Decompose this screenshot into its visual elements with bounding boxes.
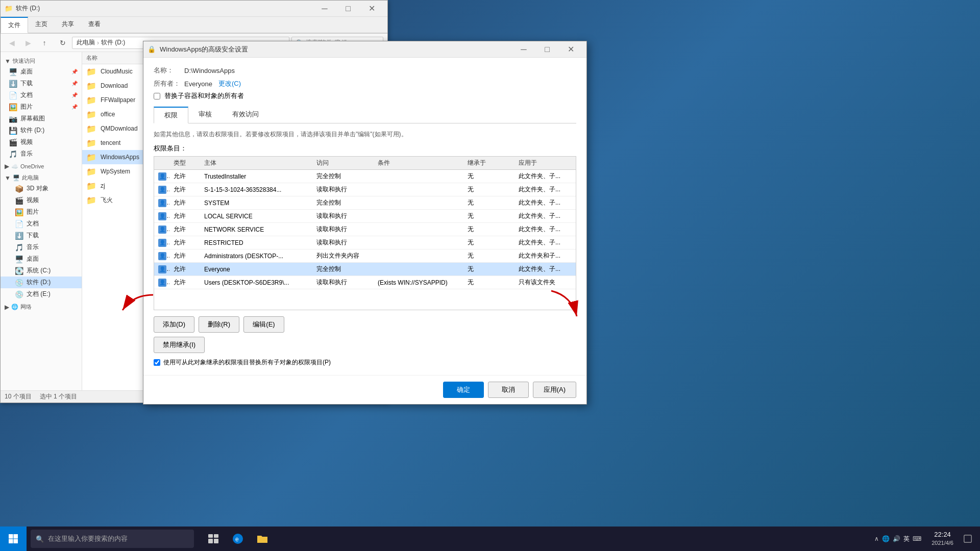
perm-row-2[interactable]: 👤 允许 SYSTEM 完全控制 无 此文件夹、子... [154, 196, 576, 210]
right-red-arrow-svg [541, 286, 592, 327]
arrow-left-annotation [102, 290, 163, 322]
item-count: 10 个项目 [5, 392, 32, 401]
sidebar-item-e-drive[interactable]: 💿 文档 (E:) [1, 288, 82, 300]
remove-button[interactable]: 删除(R) [199, 316, 239, 333]
taskbar-search-text: 在这里输入你要搜索的内容 [48, 534, 128, 543]
lang-indicator[interactable]: 英 [903, 535, 910, 543]
folder-icon: 📁 [86, 181, 96, 191]
folder-icon: 📁 [86, 81, 96, 91]
security-dialog-icon: 🔒 [148, 45, 156, 54]
perm-row-4[interactable]: 👤 允许 NETWORK SERVICE 读取和执行 无 此文件夹、子... [154, 223, 576, 236]
disable-inherit-button[interactable]: 禁用继承(I) [154, 337, 205, 353]
notification-icon [964, 535, 972, 543]
desktop: 📁 软件 (D:) ─ □ ✕ 文件 主页 共享 查看 ◀ ▶ ↑ ↻ 此电脑 … [0, 0, 980, 551]
replace-owner-checkbox[interactable] [154, 93, 160, 99]
start-button[interactable] [0, 527, 27, 551]
file-explorer-taskbar-button[interactable] [251, 528, 274, 550]
replace-checkbox-row: 使用可从此对象继承的权限项目替换所有子对象的权限项目(P) [154, 358, 576, 367]
taskbar-app-icons: e [202, 528, 274, 550]
sidebar-item-softwared[interactable]: 💾 软件 (D:) [1, 124, 82, 136]
ribbon-tab-view[interactable]: 查看 [81, 17, 108, 33]
notification-button[interactable] [960, 531, 976, 547]
ribbon-tab-home[interactable]: 主页 [28, 17, 55, 33]
security-dialog-minimize[interactable]: ─ [512, 41, 535, 58]
permissions-table: 类型 主体 访问 条件 继承于 应用于 👤 允许 TrustedInstalle… [154, 156, 576, 310]
back-button[interactable]: ◀ [5, 36, 19, 50]
sidebar-item-pictures[interactable]: 🖼️ 图片 📌 [1, 101, 82, 113]
change-owner-link[interactable]: 更改(C) [218, 79, 241, 88]
sidebar-item-video-pc[interactable]: 🎬 视频 [1, 194, 82, 206]
task-view-button[interactable] [202, 528, 225, 550]
cancel-button[interactable]: 取消 [488, 382, 529, 398]
perm-row-1[interactable]: 👤 允许 S-1-15-3-1024-363528384... 读取和执行 无 … [154, 183, 576, 196]
sidebar-item-music[interactable]: 🎵 音乐 [1, 148, 82, 160]
taskbar-right: ∧ 🌐 🔊 英 ⌨ 22:24 2021/4/6 [870, 531, 980, 547]
perm-row-8[interactable]: 👤 允许 Users (DESKTOP-S6DE3R9\... 读取和执行 (E… [154, 276, 576, 289]
network-section[interactable]: ▶ 🌐 网络 [1, 300, 82, 312]
onedrive-section[interactable]: ▶ ☁️ OneDrive [1, 160, 82, 171]
sidebar-item-downloads[interactable]: ⬇️ 下载 📌 [1, 78, 82, 89]
sidebar-item-music-pc[interactable]: 🎵 音乐 [1, 241, 82, 253]
apply-button[interactable]: 应用(A) [533, 382, 576, 398]
perm-row-7[interactable]: 👤 允许 Everyone 完全控制 无 此文件夹、子... [154, 263, 576, 276]
network-status-icon[interactable]: 🌐 [882, 535, 890, 542]
quick-access-section[interactable]: ▼ 快速访问 [1, 54, 82, 66]
close-button[interactable]: ✕ [360, 1, 383, 17]
tab-audit[interactable]: 审核 [188, 107, 222, 123]
sidebar-item-c-drive[interactable]: 💽 系统 (C:) [1, 265, 82, 277]
taskbar-clock[interactable]: 22:24 2021/4/6 [927, 531, 958, 546]
name-label: 名称： [154, 66, 184, 75]
replace-perms-checkbox[interactable] [154, 359, 160, 366]
edit-button[interactable]: 编辑(E) [243, 316, 284, 333]
dialog-name-row: 名称： D:\WindowsApps [154, 66, 576, 75]
folder-icon: 📁 [86, 110, 96, 119]
ok-button[interactable]: 确定 [443, 382, 484, 398]
sidebar-item-documents[interactable]: 📄 文档 📌 [1, 89, 82, 101]
security-dialog-title-buttons: ─ □ ✕ [512, 41, 582, 58]
taskbar-search[interactable]: 🔍 在这里输入你要搜索的内容 [31, 530, 194, 548]
forward-button[interactable]: ▶ [21, 36, 35, 50]
perm-row-3[interactable]: 👤 允许 LOCAL SERVICE 读取和执行 无 此文件夹、子... [154, 210, 576, 223]
security-dialog-close[interactable]: ✕ [559, 41, 582, 58]
sidebar-item-doc-pc[interactable]: 📄 文档 [1, 218, 82, 230]
svg-rect-4 [9, 539, 13, 544]
maximize-button[interactable]: □ [336, 1, 360, 17]
perm-row-5[interactable]: 👤 允许 RESTRICTED 读取和执行 无 此文件夹、子... [154, 236, 576, 249]
sidebar-item-desktop[interactable]: 🖥️ 桌面 📌 [1, 66, 82, 78]
this-pc-section[interactable]: ▼ 🖥️ 此电脑 [1, 171, 82, 183]
sidebar-item-screenshots[interactable]: 📷 屏幕截图 [1, 113, 82, 124]
arrow-right-annotation [541, 286, 592, 328]
security-dialog: 🔒 WindowsApps的高级安全设置 ─ □ ✕ 名称： D:\Window… [143, 41, 587, 405]
ribbon-tabs: 文件 主页 共享 查看 [1, 17, 387, 33]
inherit-button-row: 禁用继承(I) [154, 337, 576, 353]
perm-row-0[interactable]: 👤 允许 TrustedInstaller 完全控制 无 此文件夹、子... [154, 170, 576, 183]
tab-effective-access[interactable]: 有效访问 [222, 107, 269, 123]
svg-rect-6 [208, 534, 213, 538]
sidebar-item-pic-pc[interactable]: 🖼️ 图片 [1, 206, 82, 218]
svg-text:e: e [235, 536, 239, 543]
sidebar-item-d-drive[interactable]: 💿 软件 (D:) [1, 277, 82, 288]
sidebar-item-desktop-pc[interactable]: 🖥️ 桌面 [1, 253, 82, 265]
chevron-icon[interactable]: ∧ [874, 535, 879, 542]
perm-row-6[interactable]: 👤 允许 Administrators (DESKTOP-... 列出文件夹内容… [154, 249, 576, 263]
svg-rect-2 [9, 534, 13, 539]
sidebar-item-videos[interactable]: 🎬 视频 [1, 136, 82, 148]
sidebar-item-3d[interactable]: 📦 3D 对象 [1, 183, 82, 194]
minimize-button[interactable]: ─ [313, 1, 336, 17]
refresh-button[interactable]: ↻ [56, 36, 70, 50]
folder-icon: 📁 [86, 95, 96, 105]
dialog-description: 如需其他信息，请双击权限项目。若要修改权限项目，请选择该项目并单击"编辑"(如果… [154, 130, 576, 139]
ribbon-tab-share[interactable]: 共享 [55, 17, 81, 33]
ribbon-tab-file[interactable]: 文件 [1, 17, 28, 33]
up-button[interactable]: ↑ [37, 36, 52, 50]
volume-icon[interactable]: 🔊 [893, 535, 900, 542]
dialog-action-buttons: 添加(D) 删除(R) 编辑(E) [154, 316, 576, 333]
sidebar-item-dl-pc[interactable]: ⬇️ 下载 [1, 230, 82, 241]
tab-permissions[interactable]: 权限 [154, 107, 188, 123]
address-drive: 软件 (D:) [101, 38, 125, 47]
svg-rect-12 [964, 535, 971, 542]
perm-applies-0: 此文件夹、子... [514, 170, 576, 183]
keyboard-icon[interactable]: ⌨ [913, 535, 921, 542]
edge-browser-button[interactable]: e [227, 528, 249, 550]
security-dialog-maximize[interactable]: □ [535, 41, 559, 58]
